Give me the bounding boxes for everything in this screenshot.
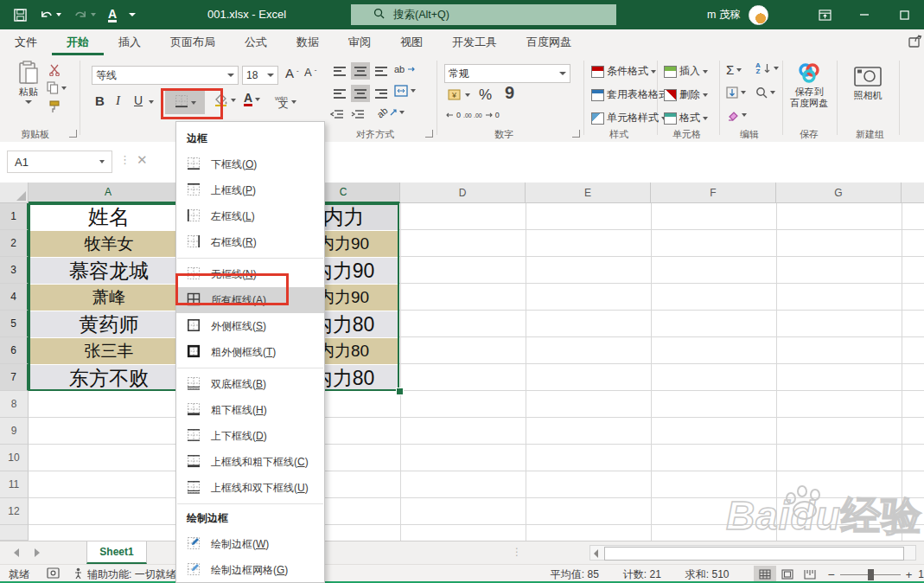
menu-item-top[interactable]: 上框线(P) — [176, 177, 324, 203]
maximize-button[interactable] — [884, 0, 924, 29]
camera-button[interactable]: 照相机 — [845, 64, 890, 101]
cell-A5[interactable]: 黄药师 — [29, 311, 188, 337]
cell-A2[interactable]: 牧羊女 — [29, 231, 188, 257]
sheet-tab-sheet1[interactable]: Sheet1 — [86, 541, 147, 564]
macro-record-icon[interactable] — [47, 567, 60, 581]
ribbon-tab-4[interactable]: 公式 — [230, 29, 282, 55]
format-cells-button[interactable]: 格式 — [664, 111, 708, 125]
page-layout-view-button[interactable] — [776, 566, 799, 583]
accounting-format-icon[interactable]: ¥ — [448, 88, 470, 101]
avatar[interactable] — [749, 5, 768, 25]
row-header-6[interactable]: 6 — [0, 337, 29, 364]
row-header-2[interactable]: 2 — [0, 230, 29, 257]
ribbon-tab-6[interactable]: 审阅 — [334, 29, 386, 55]
cell-A7[interactable]: 东方不败 — [29, 365, 188, 391]
tabbar-splitter[interactable]: ⋮ — [512, 546, 522, 558]
ribbon-tab-0[interactable]: 文件 — [0, 29, 52, 55]
ribbon-tab-8[interactable]: 开发工具 — [437, 29, 512, 55]
ribbon-display-options-icon[interactable] — [805, 0, 844, 29]
menu-item-all[interactable]: 所有框线(A) — [176, 287, 324, 313]
menu-item-draw-grid[interactable]: 绘制边框网格(G) — [176, 557, 324, 583]
undo-icon[interactable] — [39, 9, 61, 21]
alignment-dialog-launcher[interactable] — [425, 130, 433, 138]
search-input[interactable]: 搜索(Alt+Q) — [351, 4, 616, 25]
row-header-7[interactable]: 7 — [0, 364, 29, 391]
accessibility-status[interactable]: 辅助功能: 一切就绪 — [87, 567, 176, 582]
zoom-slider[interactable] — [840, 574, 901, 575]
number-dialog-launcher[interactable] — [572, 130, 580, 138]
wrap-text-icon[interactable]: ab — [394, 64, 416, 74]
comma-style-icon[interactable]: 9 — [505, 83, 514, 103]
percent-style-icon[interactable]: % — [479, 86, 492, 104]
ribbon-tab-5[interactable]: 数据 — [282, 29, 334, 55]
underline-button[interactable]: U — [134, 93, 143, 107]
column-header-A[interactable]: A — [29, 183, 188, 203]
underline-dropdown-icon[interactable] — [149, 100, 154, 104]
column-header-G[interactable]: G — [776, 183, 902, 203]
phonetic-guide-icon[interactable]: wén文 — [275, 92, 296, 112]
sort-filter-icon[interactable]: AZ — [755, 62, 779, 74]
row-header-5[interactable]: 5 — [0, 311, 29, 337]
merge-center-icon[interactable] — [394, 85, 416, 97]
menu-item-draw-border[interactable]: 绘制边框(W) — [176, 531, 324, 557]
name-box-dropdown-icon[interactable] — [99, 160, 105, 163]
column-header-E[interactable]: E — [526, 183, 651, 203]
page-break-view-button[interactable] — [799, 566, 821, 583]
top-align-icon[interactable] — [330, 62, 349, 80]
orientation-icon[interactable]: ab — [377, 107, 405, 118]
italic-button[interactable]: I — [116, 93, 120, 108]
number-format-combo[interactable]: 常规 — [444, 64, 570, 83]
normal-view-button[interactable] — [754, 566, 776, 583]
menu-item-thick-bottom[interactable]: 粗下框线(H) — [176, 397, 324, 423]
borders-button[interactable] — [165, 91, 205, 114]
decrease-decimal-icon[interactable]: .000 — [474, 111, 500, 119]
prev-sheet-icon[interactable] — [14, 548, 19, 557]
middle-align-icon[interactable] — [351, 62, 370, 80]
menu-item-double-bottom[interactable]: 双底框线(B) — [176, 371, 324, 397]
ribbon-tab-1[interactable]: 开始 — [52, 29, 104, 55]
next-sheet-icon[interactable] — [35, 548, 40, 557]
cell-A1[interactable]: 姓名 — [29, 204, 188, 230]
column-header-F[interactable]: F — [651, 183, 776, 203]
cell-styles-button[interactable]: 单元格样式 — [591, 111, 666, 125]
row-header-8[interactable]: 8 — [0, 391, 29, 418]
minimize-button[interactable] — [844, 0, 884, 29]
menu-item-outside[interactable]: 外侧框线(S) — [176, 313, 324, 339]
column-header-partial[interactable] — [902, 183, 924, 203]
account-area[interactable]: m 茂稼 — [707, 0, 768, 29]
clipboard-dialog-launcher[interactable] — [69, 130, 77, 138]
grow-font-icon[interactable]: Aˆ — [285, 66, 299, 80]
conditional-formatting-button[interactable]: 条件格式 — [591, 64, 656, 79]
increase-decimal-icon[interactable]: 0.00 — [446, 111, 472, 119]
increase-indent-icon[interactable] — [351, 109, 365, 119]
zoom-in-icon[interactable]: + — [906, 568, 913, 581]
ribbon-tab-7[interactable]: 视图 — [386, 29, 437, 55]
formula-bar-splitter[interactable]: ⋮ — [119, 153, 130, 166]
font-color-icon[interactable]: A — [108, 8, 117, 22]
horizontal-scrollbar[interactable] — [589, 545, 916, 561]
bottom-align-icon[interactable] — [372, 62, 391, 80]
fill-handle[interactable] — [396, 388, 404, 395]
autosum-button[interactable]: Σ — [726, 62, 742, 77]
row-header-4[interactable]: 4 — [0, 284, 29, 311]
align-center-icon[interactable] — [351, 85, 370, 102]
find-select-icon[interactable] — [755, 86, 775, 99]
fill-color-icon[interactable] — [214, 93, 236, 106]
delete-cells-button[interactable]: 删除 — [664, 87, 708, 102]
cell-A3[interactable]: 慕容龙城 — [29, 258, 188, 284]
row-header-partial[interactable] — [0, 525, 29, 541]
ribbon-tab-9[interactable]: 百度网盘 — [512, 29, 586, 55]
shrink-font-icon[interactable]: Aˇ — [304, 66, 316, 79]
font-name-combo[interactable]: 等线 — [92, 66, 239, 85]
menu-item-bottom[interactable]: 下框线(O) — [176, 151, 324, 177]
fill-down-icon[interactable] — [726, 86, 746, 99]
horizontal-scrollbar-thumb[interactable] — [604, 547, 904, 561]
cell-A4[interactable]: 萧峰 — [29, 285, 188, 311]
row-header-11[interactable]: 11 — [0, 471, 29, 498]
font-size-combo[interactable]: 18 — [242, 66, 278, 85]
decrease-indent-icon[interactable] — [330, 109, 344, 119]
row-header-1[interactable]: 1 — [0, 203, 29, 230]
menu-item-top-thick-bottom[interactable]: 上框线和粗下框线(C) — [176, 449, 324, 475]
align-right-icon[interactable] — [372, 85, 391, 102]
row-header-3[interactable]: 3 — [0, 257, 29, 284]
